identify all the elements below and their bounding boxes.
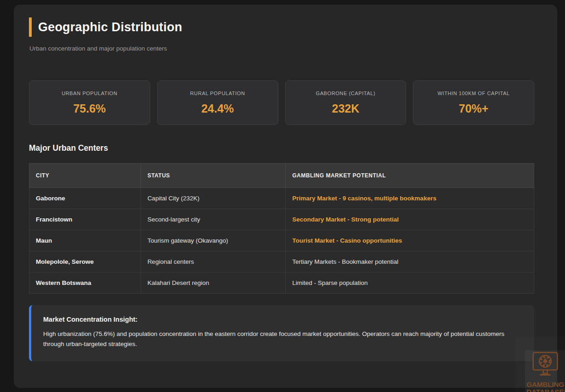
table-row: Molepolole, Serowe Regional centers Tert… <box>29 251 534 273</box>
status-cell: Kalahari Desert region <box>141 273 285 294</box>
city-cell: Western Botswana <box>29 273 141 294</box>
page-header: Geographic Distribution <box>29 17 534 37</box>
column-header-potential: GAMBLING MARKET POTENTIAL <box>286 164 534 188</box>
section-title-major-urban-centers: Major Urban Centers <box>29 143 534 153</box>
urban-centers-table: CITY STATUS GAMBLING MARKET POTENTIAL Ga… <box>29 163 534 294</box>
column-header-city: CITY <box>29 164 141 188</box>
column-header-status: STATUS <box>141 164 285 188</box>
stat-label: RURAL POPULATION <box>190 91 245 96</box>
city-cell: Francistown <box>29 209 141 230</box>
stat-value: 24.4% <box>201 102 234 115</box>
stat-value: 232K <box>332 102 359 115</box>
potential-cell: Primary Market - 9 casinos, multiple boo… <box>286 188 534 209</box>
stat-label: GABORONE (CAPITAL) <box>316 91 375 96</box>
status-cell: Regional centers <box>141 251 285 273</box>
status-cell: Capital City (232K) <box>141 188 285 209</box>
gambling-databases-watermark: GAMBLING DATABASES <box>525 350 565 392</box>
stat-label: URBAN POPULATION <box>62 91 117 96</box>
market-concentration-insight-box: Market Concentration Insight: High urban… <box>29 305 534 361</box>
table-row: Western Botswana Kalahari Desert region … <box>29 273 534 294</box>
stat-card-rural-population: RURAL POPULATION 24.4% <box>157 80 278 125</box>
insight-title: Market Concentration Insight: <box>43 316 522 323</box>
table-row: Francistown Second-largest city Secondar… <box>29 209 534 230</box>
table-header-row: CITY STATUS GAMBLING MARKET POTENTIAL <box>29 164 534 188</box>
status-cell: Tourism gateway (Okavango) <box>141 230 285 251</box>
potential-cell: Tourist Market - Casino opportunities <box>286 230 534 251</box>
table-row: Maun Tourism gateway (Okavango) Tourist … <box>29 230 534 251</box>
watermark-text: GAMBLING DATABASES <box>525 381 565 392</box>
stat-value: 70%+ <box>459 102 489 115</box>
potential-cell: Secondary Market - Strong potential <box>286 209 534 230</box>
potential-cell: Tertiary Markets - Bookmaker potential <box>286 251 534 273</box>
stats-row: URBAN POPULATION 75.6% RURAL POPULATION … <box>29 80 534 125</box>
watermark-line1: GAMBLING <box>526 381 565 388</box>
page-title: Geographic Distribution <box>38 20 182 34</box>
table-row: Gaborone Capital City (232K) Primary Mar… <box>29 188 534 209</box>
city-cell: Maun <box>29 230 141 251</box>
insight-body: High urbanization (75.6%) and population… <box>43 329 522 350</box>
stat-label: WITHIN 100KM OF CAPITAL <box>438 91 510 96</box>
title-accent-bar <box>29 17 32 37</box>
stat-card-gaborone-capital: GABORONE (CAPITAL) 232K <box>285 80 407 125</box>
stat-card-urban-population: URBAN POPULATION 75.6% <box>29 80 150 125</box>
status-cell: Second-largest city <box>141 209 285 230</box>
potential-cell: Limited - Sparse population <box>286 273 534 294</box>
stat-value: 75.6% <box>73 102 106 115</box>
stat-card-within-100km: WITHIN 100KM OF CAPITAL 70%+ <box>413 80 534 125</box>
city-cell: Molepolole, Serowe <box>29 251 141 273</box>
watermark-line2: DATABASES <box>526 388 565 392</box>
geographic-distribution-card: Geographic Distribution Urban concentrat… <box>14 5 557 388</box>
city-cell: Gaborone <box>29 188 141 209</box>
monitor-poker-chip-icon <box>530 352 561 381</box>
page-subtitle: Urban concentration and major population… <box>29 45 534 52</box>
